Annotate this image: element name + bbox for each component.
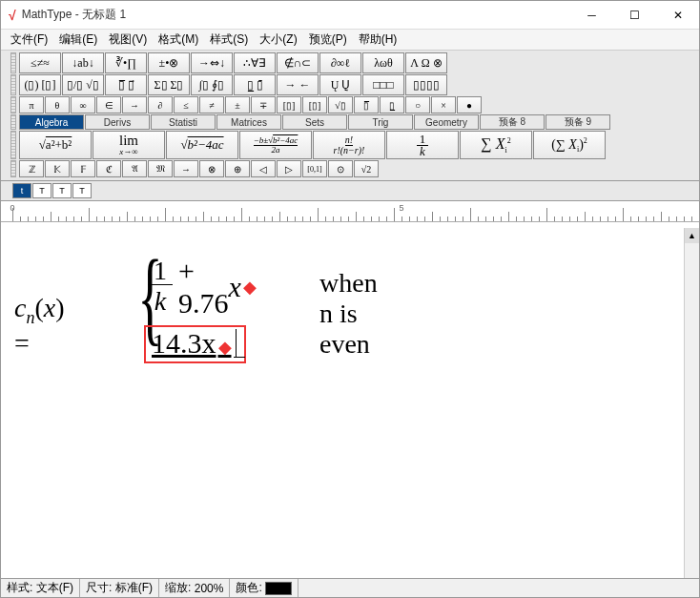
sym-ne[interactable]: ≠ [199, 96, 224, 113]
expr-quadratic[interactable]: −b±√b²−4ac2a [239, 131, 312, 159]
small-tab-2[interactable]: T [32, 183, 51, 198]
palette-operators[interactable]: ±•⊗ [148, 52, 190, 73]
sym-circle[interactable]: ○ [405, 96, 430, 113]
sym-mp[interactable]: ∓ [251, 96, 276, 113]
minimize-button[interactable]: ─ [570, 1, 613, 29]
sym-oplus[interactable]: ⊕ [225, 160, 250, 177]
palette-arrows[interactable]: →⇔↓ [191, 52, 233, 73]
sym-sqrt2[interactable]: √2 [354, 160, 379, 177]
sym-pi[interactable]: π [19, 96, 44, 113]
category-tab-预备 8[interactable]: 预备 8 [480, 114, 545, 130]
menu-format[interactable]: 格式(M) [153, 30, 204, 50]
sym-otimes[interactable]: ⊗ [199, 160, 224, 177]
expr-pythag[interactable]: √a²+b² [19, 131, 92, 159]
sym-tri-r[interactable]: ▷ [277, 160, 301, 177]
bb-z[interactable]: ℤ [19, 160, 44, 177]
palette-misc[interactable]: ∂∞ℓ [319, 52, 361, 73]
palette-relations[interactable]: ≤≠≈ [19, 52, 61, 73]
palette-logic[interactable]: ∴∀∃ [234, 52, 276, 73]
sym-partial[interactable]: ∂ [148, 96, 173, 113]
toolbar-handle[interactable] [10, 114, 16, 130]
tmpl-boxes[interactable]: ▯▯▯▯ [405, 74, 447, 95]
sym-pm[interactable]: ± [225, 96, 250, 113]
sym-le[interactable]: ≤ [174, 96, 198, 113]
menu-style[interactable]: 样式(S) [204, 30, 254, 50]
tmpl-product[interactable]: Ų Ų̣ [319, 74, 361, 95]
category-tab-trig[interactable]: Trig [348, 114, 413, 130]
menu-view[interactable]: 视图(V) [103, 30, 153, 50]
menu-edit[interactable]: 编辑(E) [53, 30, 103, 50]
sym-under[interactable]: ▯̲ [380, 96, 404, 113]
case-row-2-selected[interactable]: 14.3x◆ [144, 325, 246, 363]
scroll-up-icon[interactable]: ▲ [685, 228, 699, 243]
menu-file[interactable]: 文件(F) [5, 30, 53, 50]
frak-m[interactable]: 𝔐 [148, 160, 173, 177]
sym-theta[interactable]: θ [45, 96, 70, 113]
sym-interval[interactable]: [0,1] [302, 160, 327, 177]
ruler[interactable]: 0 5 [1, 201, 699, 222]
editor-canvas[interactable]: cn(x) = { 1k + 9.76x ◆ when n is even 14… [1, 228, 684, 578]
sym-infinity[interactable]: ∞ [71, 96, 95, 113]
tmpl-matrix[interactable]: □□□ [362, 74, 404, 95]
expr-1k[interactable]: 1k [386, 131, 459, 159]
status-style[interactable]: 样式: 文本(F) [1, 579, 80, 597]
expr-sumxsq[interactable]: ∑ Xi2 [460, 131, 532, 159]
expr-sumx-sq[interactable]: (∑ Xi)2 [533, 131, 606, 159]
category-tab-geometry[interactable]: Geometry [414, 114, 479, 130]
toolbar-handle[interactable] [10, 160, 16, 177]
sym-odot[interactable]: ⊙ [328, 160, 353, 177]
status-color[interactable]: 颜色: [230, 579, 299, 597]
alignment-marker-icon: ◆ [218, 338, 232, 357]
sym-sqrt[interactable]: √▯ [328, 96, 353, 113]
expr-disc[interactable]: √b²−4ac [166, 131, 238, 159]
tmpl-fractions[interactable]: ▯/▯ √▯ [62, 74, 104, 95]
category-tab-sets[interactable]: Sets [282, 114, 347, 130]
small-tab-3[interactable]: T [52, 183, 72, 198]
frak-a[interactable]: 𝔄 [122, 160, 147, 177]
tmpl-sum[interactable]: Σ▯ Σ▯ [148, 74, 190, 95]
toolbar-handle[interactable] [10, 131, 16, 159]
small-tab-1[interactable]: t [12, 183, 31, 198]
sym-tri-l[interactable]: ◁ [251, 160, 276, 177]
category-tab-derivs[interactable]: Derivs [85, 114, 150, 130]
toolbar-handle[interactable] [10, 74, 16, 95]
sym-over[interactable]: ▯̅ [354, 96, 379, 113]
frak-c[interactable]: ℭ [96, 160, 121, 177]
vertical-scrollbar[interactable]: ▲ [684, 228, 699, 578]
sym-elementof[interactable]: ∈ [96, 96, 121, 113]
sym-to[interactable]: → [174, 160, 198, 177]
toolbar-handle[interactable] [10, 96, 16, 113]
palette-spaces[interactable]: ↓ab↓ [62, 52, 104, 73]
menu-size[interactable]: 大小(Z) [254, 30, 302, 50]
menu-preview[interactable]: 预览(P) [303, 30, 353, 50]
sym-dot[interactable]: ● [457, 96, 482, 113]
tmpl-labelarrow[interactable]: → ← [277, 74, 319, 95]
category-tab-预备 9[interactable]: 预备 9 [546, 114, 610, 130]
palette-greek-lc[interactable]: λωθ [362, 52, 404, 73]
menu-help[interactable]: 帮助(H) [353, 30, 403, 50]
bb-f[interactable]: 𝔽 [71, 160, 95, 177]
category-tab-statisti[interactable]: Statisti [151, 114, 216, 130]
toolbar-handle[interactable] [10, 52, 16, 73]
palette-greek-uc[interactable]: Λ Ω ⊗ [405, 52, 447, 73]
bb-k[interactable]: 𝕂 [45, 160, 70, 177]
status-size[interactable]: 尺寸: 标准(F) [80, 579, 159, 597]
sym-times[interactable]: × [431, 96, 456, 113]
expr-lim[interactable]: limx→∞ [93, 131, 165, 159]
tmpl-underover[interactable]: ▯̲ ▯̄ [234, 74, 276, 95]
tmpl-overbar[interactable]: ▯̅ ▯⃗ [105, 74, 147, 95]
category-tab-matrices[interactable]: Matrices [216, 114, 281, 130]
expr-comb[interactable]: n!r!(n−r)! [313, 131, 385, 159]
palette-embellish[interactable]: ∛•∏ [105, 52, 147, 73]
sym-rightarrow[interactable]: → [122, 96, 147, 113]
sym-box1[interactable]: [▯] [277, 96, 301, 113]
sym-box2[interactable]: [▯] [302, 96, 327, 113]
palette-settheory[interactable]: ∉∩⊂ [277, 52, 319, 73]
tmpl-fences[interactable]: (▯) [▯] [19, 74, 61, 95]
tmpl-integral[interactable]: ∫▯ ∮▯ [191, 74, 233, 95]
small-tab-4[interactable]: T [72, 183, 92, 198]
close-button[interactable]: ✕ [656, 1, 699, 29]
category-tab-algebra[interactable]: Algebra [19, 114, 84, 130]
maximize-button[interactable]: ☐ [613, 1, 656, 29]
status-zoom[interactable]: 缩放: 200% [159, 579, 230, 597]
